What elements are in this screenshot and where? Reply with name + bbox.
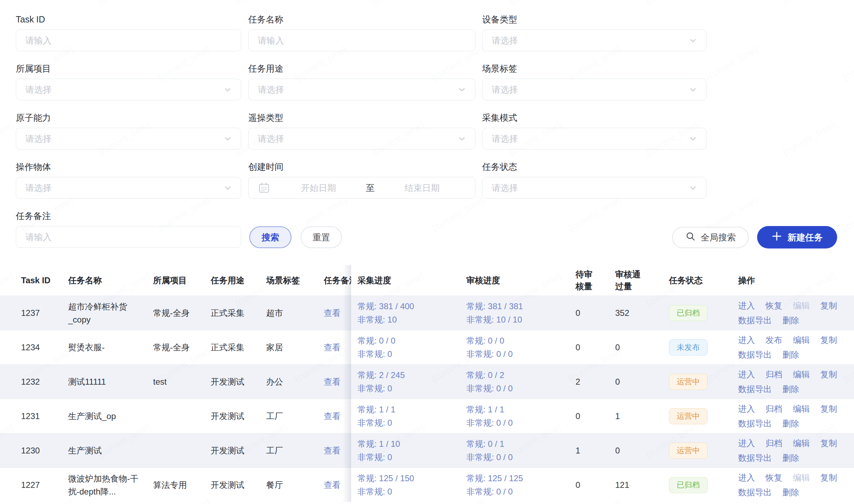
cell-approved-count: 0 <box>610 330 660 364</box>
filter-field-teleop-type: 遥操类型请选择 <box>248 112 475 150</box>
remark-view-link[interactable]: 查看 <box>324 411 341 422</box>
chevron-down-icon <box>457 134 467 144</box>
action-link[interactable]: 恢复 <box>766 300 782 311</box>
action-link[interactable]: 进入 <box>738 369 755 380</box>
filter-task-purpose-select[interactable]: 请选择 <box>248 79 475 100</box>
cell-scene-tag: 工厂 <box>266 433 324 467</box>
task-table: Task ID任务名称所属项目任务用途场景标签任务备注采集进度审核进度待审核量审… <box>0 265 854 502</box>
action-link[interactable]: 进入 <box>738 403 755 415</box>
filter-operate-object-select[interactable]: 请选择 <box>16 177 241 199</box>
chevron-down-icon <box>688 183 698 193</box>
action-link[interactable]: 删除 <box>782 349 799 360</box>
action-link[interactable]: 恢复 <box>766 472 782 483</box>
filter-field-create-time: 创建时间开始日期至结束日期 <box>248 161 475 199</box>
action-link[interactable]: 复制 <box>820 438 837 449</box>
actions-links: 进入归档编辑复制数据导出删除 <box>738 403 840 429</box>
action-link[interactable]: 进入 <box>738 438 755 449</box>
filter-field-task-remark: 任务备注请输入 <box>16 211 241 248</box>
filter-device-type-select[interactable]: 请选择 <box>482 29 707 51</box>
cell-scene-tag: 超市 <box>266 296 324 330</box>
filter-task-name-input[interactable]: 请输入 <box>248 29 475 51</box>
action-link[interactable]: 发布 <box>766 334 782 346</box>
action-link[interactable]: 复制 <box>820 369 837 380</box>
filter-project-select[interactable]: 请选择 <box>16 79 241 100</box>
action-link[interactable]: 复制 <box>820 403 837 415</box>
filter-label-project: 所属项目 <box>16 63 241 74</box>
cell-project <box>153 433 211 467</box>
action-link[interactable]: 数据导出 <box>738 418 772 429</box>
cell-task-name: 超市冷鲜柜补货_copy <box>68 296 153 330</box>
remark-view-link[interactable]: 查看 <box>324 479 341 491</box>
action-link[interactable]: 进入 <box>738 472 755 483</box>
placeholder-text: 请选择 <box>492 84 688 95</box>
column-header-review: 审核进度 <box>460 265 569 296</box>
filter-collect-mode-select[interactable]: 请选择 <box>482 128 707 150</box>
action-link[interactable]: 进入 <box>738 334 755 346</box>
cell-task-name: 测试11111 <box>68 365 153 399</box>
cell-status: 运营中 <box>660 399 729 433</box>
action-link[interactable]: 数据导出 <box>738 452 772 464</box>
action-link[interactable]: 复制 <box>820 472 837 483</box>
cell-purpose: 正式采集 <box>211 330 266 364</box>
column-header-label: 审核通过量 <box>615 268 643 292</box>
action-link[interactable]: 删除 <box>782 384 799 395</box>
status-badge: 运营中 <box>669 374 708 390</box>
action-link[interactable]: 删除 <box>782 452 799 464</box>
filter-create-time-daterange[interactable]: 开始日期至结束日期 <box>248 177 475 199</box>
remark-view-link[interactable]: 查看 <box>324 376 341 387</box>
action-link[interactable]: 归档 <box>766 369 782 380</box>
cell-purpose: 开发测试 <box>211 468 266 502</box>
action-link[interactable]: 编辑 <box>793 334 810 346</box>
action-link[interactable]: 删除 <box>782 418 799 429</box>
cell-pending-count: 0 <box>569 468 610 502</box>
column-header-scene: 场景标签 <box>266 265 324 296</box>
column-header-label: 待审核量 <box>576 268 597 292</box>
filter-task-status-select[interactable]: 请选择 <box>482 177 707 199</box>
cell-approved-count: 0 <box>610 433 660 467</box>
collect-progress-text: 常规: 1 / 10非常规: 0 <box>357 437 400 464</box>
cell-pending-count: 2 <box>569 365 610 399</box>
filter-label-task-status: 任务状态 <box>482 161 707 172</box>
action-link[interactable]: 归档 <box>766 438 782 449</box>
action-link[interactable]: 编辑 <box>793 403 810 415</box>
action-link[interactable]: 复制 <box>820 334 837 346</box>
action-link[interactable]: 归档 <box>766 403 782 415</box>
cell-remark: 查看 <box>324 330 351 364</box>
placeholder-text: 请选择 <box>258 84 457 95</box>
action-link[interactable]: 数据导出 <box>738 487 772 498</box>
action-link[interactable]: 复制 <box>820 300 837 311</box>
actions-links: 进入归档编辑复制数据导出删除 <box>738 369 840 395</box>
cell-task-id: 1232 <box>0 365 68 399</box>
action-link[interactable]: 数据导出 <box>738 315 772 326</box>
placeholder-text: 请输入 <box>25 35 232 46</box>
placeholder-text: 请输入 <box>25 231 232 243</box>
filter-label-device-type: 设备类型 <box>482 14 707 25</box>
cell-task-id: 1234 <box>0 330 68 364</box>
filter-label-task-id: Task ID <box>16 14 241 25</box>
action-link[interactable]: 进入 <box>738 300 755 311</box>
action-link[interactable]: 编辑 <box>793 369 810 380</box>
remark-view-link[interactable]: 查看 <box>324 307 341 319</box>
remark-view-link[interactable]: 查看 <box>324 342 341 353</box>
status-badge: 未发布 <box>669 339 708 356</box>
cell-actions: 进入归档编辑复制数据导出删除 <box>729 365 854 399</box>
start-date-placeholder: 开始日期 <box>274 182 363 194</box>
action-link[interactable]: 删除 <box>782 315 799 326</box>
filter-task-remark-input[interactable]: 请输入 <box>16 226 241 248</box>
chevron-down-icon <box>223 85 232 94</box>
table-row: 1227微波炉加热食物-干扰-depth降...算法专用开发测试餐厅查看常规: … <box>0 467 854 502</box>
filter-atomic-capability-select[interactable]: 请选择 <box>16 128 241 150</box>
cell-project: test <box>153 365 211 399</box>
collect-progress-text: 常规: 1 / 1非常规: 0 <box>357 403 395 430</box>
action-link[interactable]: 编辑 <box>793 438 810 449</box>
table-row: 1232测试11111test开发测试办公查看常规: 2 / 245非常规: 0… <box>0 364 854 399</box>
filter-teleop-type-select[interactable]: 请选择 <box>248 128 475 150</box>
filter-scene-tag-select[interactable]: 请选择 <box>482 79 707 100</box>
action-link[interactable]: 数据导出 <box>738 384 772 395</box>
remark-view-link[interactable]: 查看 <box>324 445 341 456</box>
cell-scene-tag: 餐厅 <box>266 468 324 502</box>
cell-remark: 查看 <box>324 433 351 467</box>
action-link[interactable]: 删除 <box>782 487 799 498</box>
action-link[interactable]: 数据导出 <box>738 349 772 360</box>
filter-task-id-input[interactable]: 请输入 <box>16 29 241 51</box>
